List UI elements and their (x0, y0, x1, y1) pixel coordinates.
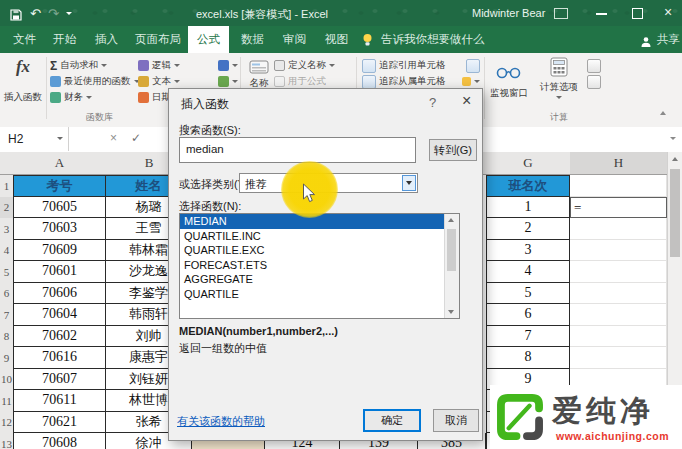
save-icon[interactable] (10, 7, 22, 25)
undo-icon[interactable]: ↶ (30, 6, 41, 21)
cell-exam-id[interactable]: 70601 (13, 261, 106, 283)
cell-exam-id[interactable]: 70611 (13, 390, 106, 412)
tab-file[interactable]: 文件 (4, 26, 45, 53)
tab-home[interactable]: 开始 (44, 26, 85, 53)
autosum-button[interactable]: Σ 自动求和 (50, 58, 107, 73)
cell-exam-id[interactable]: 70621 (13, 412, 106, 434)
header-exam-id[interactable]: 考号 (13, 175, 106, 197)
cell-rank[interactable]: 2 (486, 218, 570, 240)
calculate-now-icon[interactable] (587, 59, 601, 73)
account-name[interactable]: Midwinter Bear (472, 7, 545, 19)
date-time-button[interactable]: 日期 (138, 90, 168, 105)
error-checking-button[interactable] (462, 74, 480, 89)
chevron-down-icon[interactable] (402, 175, 416, 191)
cell-rank[interactable]: 8 (486, 347, 570, 369)
scroll-down-icon[interactable] (448, 310, 454, 314)
name-box[interactable]: H2 (0, 127, 69, 151)
cell-h[interactable] (570, 347, 667, 369)
logical-button[interactable]: 逻辑 (138, 58, 180, 73)
cell-h[interactable] (570, 283, 667, 305)
cell-rank[interactable]: 7 (486, 326, 570, 348)
search-function-input[interactable]: median (179, 137, 416, 163)
row-header[interactable]: 7 (0, 304, 14, 327)
tell-me-box[interactable]: 告诉我你想要做什么 (372, 26, 494, 53)
go-button[interactable]: 转到(G) (429, 139, 477, 161)
function-list-item[interactable]: AGGREGATE (180, 272, 444, 287)
cell-rank[interactable]: 5 (486, 283, 570, 305)
use-in-formula-button[interactable]: 用于公式 (274, 74, 326, 89)
cell-rank[interactable]: 3 (486, 240, 570, 262)
cell-exam-id[interactable]: 70603 (13, 218, 106, 240)
define-name-button[interactable]: 定义名称 (274, 58, 335, 73)
tab-data[interactable]: 数据 (232, 26, 273, 53)
watch-window-button[interactable]: 监视窗口 (487, 57, 531, 117)
cell-exam-id[interactable]: 70609 (13, 240, 106, 262)
tab-formulas[interactable]: 公式 (188, 26, 229, 53)
cell-rank[interactable]: 6 (486, 304, 570, 326)
dialog-help-icon[interactable]: ? (429, 95, 436, 110)
function-list-item[interactable]: QUARTILE.EXC (180, 243, 444, 258)
lookup-reference-button[interactable] (218, 58, 238, 73)
ok-button[interactable]: 确定 (363, 409, 421, 432)
cell-exam-id[interactable]: 70602 (13, 326, 106, 348)
redo-icon[interactable]: ↷ (48, 6, 59, 21)
trace-dependents-button[interactable]: 追踪从属单元格 (362, 74, 446, 89)
row-header[interactable]: 3 (0, 218, 14, 241)
column-header-a[interactable]: A (13, 152, 107, 175)
active-cell-h2[interactable]: = (570, 197, 667, 219)
cell-exam-id[interactable]: 70608 (13, 433, 106, 449)
function-listbox[interactable]: MEDIAN QUARTILE.INC QUARTILE.EXC FORECAS… (179, 213, 460, 319)
function-help-link[interactable]: 有关该函数的帮助 (177, 414, 265, 429)
row-header[interactable]: 8 (0, 326, 14, 349)
share-button[interactable]: 共享 (648, 26, 682, 53)
row-header[interactable]: 10 (0, 369, 14, 392)
cell-exam-id[interactable]: 70605 (13, 197, 106, 219)
cell-h[interactable] (570, 240, 667, 262)
row-header[interactable]: 5 (0, 261, 14, 284)
cell-exam-id[interactable]: 70616 (13, 347, 106, 369)
financial-button[interactable]: 财务 (50, 90, 92, 105)
select-all-corner[interactable] (0, 152, 14, 175)
cell-rank[interactable]: 4 (486, 261, 570, 283)
ribbon-display-options-icon[interactable] (554, 8, 568, 19)
minimize-button[interactable] (596, 13, 607, 15)
cell-h[interactable] (570, 261, 667, 283)
row-header[interactable]: 1 (0, 175, 14, 198)
close-button[interactable]: × (664, 4, 672, 20)
quick-access-menu-icon[interactable] (66, 12, 72, 15)
scrollbar-thumb[interactable] (670, 169, 680, 257)
formula-cancel-icon[interactable]: × (110, 131, 117, 145)
cell-exam-id[interactable]: 70604 (13, 304, 106, 326)
formula-enter-icon[interactable]: ✓ (131, 131, 141, 145)
cell-h1[interactable] (570, 175, 667, 197)
dialog-close-icon[interactable]: × (462, 92, 471, 110)
maximize-button[interactable] (632, 8, 643, 19)
math-trig-button[interactable] (218, 74, 238, 89)
calculate-sheet-icon[interactable] (587, 75, 601, 89)
formula-bar-expand-icon[interactable] (670, 137, 676, 140)
tab-view[interactable]: 视图 (316, 26, 357, 53)
cell-exam-id[interactable]: 70607 (13, 369, 106, 391)
collapse-ribbon-icon[interactable] (660, 111, 666, 115)
trace-precedents-button[interactable]: 追踪引用单元格 (362, 58, 446, 73)
row-header[interactable]: 6 (0, 283, 14, 306)
scroll-up-icon[interactable] (672, 157, 678, 161)
listbox-scrollbar[interactable] (444, 214, 459, 318)
header-class-rank[interactable]: 班名次 (486, 175, 570, 197)
tab-review[interactable]: 审阅 (274, 26, 315, 53)
scrollbar-thumb[interactable] (447, 229, 456, 271)
cell-h[interactable] (570, 326, 667, 348)
row-header[interactable]: 4 (0, 240, 14, 263)
row-header[interactable]: 13 (0, 433, 14, 449)
row-header[interactable]: 12 (0, 412, 14, 435)
function-list-item[interactable]: QUARTILE (180, 287, 444, 302)
show-formulas-icon[interactable] (466, 59, 480, 73)
column-header-h[interactable]: H (570, 152, 668, 175)
cell-h[interactable] (570, 304, 667, 326)
row-header[interactable]: 9 (0, 347, 14, 370)
tab-page-layout[interactable]: 页面布局 (126, 26, 190, 53)
scroll-up-icon[interactable] (448, 218, 454, 222)
cell-h[interactable] (570, 218, 667, 240)
text-functions-button[interactable]: 文本 (138, 74, 180, 89)
insert-function-button[interactable]: fx 插入函数 (2, 57, 44, 121)
